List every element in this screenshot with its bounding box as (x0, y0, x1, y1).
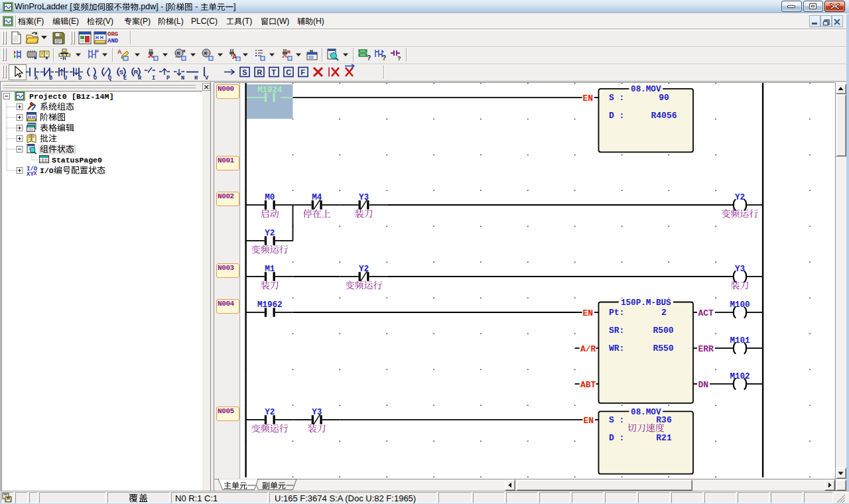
svg-text:R36: R36 (656, 415, 672, 425)
svg-text:Pt:: Pt: (609, 308, 624, 318)
svg-text:EN: EN (584, 416, 594, 426)
svg-text:M: M (177, 50, 180, 56)
svg-text:Y2: Y2 (265, 229, 275, 238)
svg-text:M100: M100 (730, 300, 750, 310)
svg-text:?: ? (397, 55, 401, 61)
svg-text:S: S (242, 68, 247, 76)
svg-text:Y2: Y2 (735, 193, 745, 202)
svg-text:R: R (257, 68, 262, 76)
svg-text:DN: DN (698, 380, 709, 390)
svg-text:N: N (181, 75, 184, 82)
svg-text:M0: M0 (265, 193, 275, 202)
svg-text:ABT: ABT (580, 380, 596, 390)
svg-text:S :: S : (609, 415, 624, 425)
svg-text:E: E (123, 75, 127, 82)
svg-text:R500: R500 (653, 326, 673, 336)
svg-text:ERR: ERR (698, 344, 714, 354)
svg-text:Y3: Y3 (312, 408, 322, 417)
svg-text:F: F (300, 68, 305, 76)
svg-text:O: O (94, 75, 97, 82)
svg-text:S :: S : (609, 93, 624, 103)
svg-text:D: D (78, 75, 82, 82)
svg-text:R4056: R4056 (651, 111, 677, 121)
svg-text:A/R: A/R (580, 344, 596, 354)
svg-text:M1924: M1924 (257, 86, 283, 95)
svg-text:EN: EN (583, 94, 594, 103)
svg-text:V: V (205, 75, 209, 82)
svg-text:M: M (287, 49, 291, 55)
svg-text:EN: EN (583, 308, 594, 318)
svg-text:Q: Q (108, 75, 111, 82)
svg-text:M1962: M1962 (257, 300, 283, 310)
svg-text:R: R (138, 75, 142, 82)
svg-text:D :: D : (609, 111, 624, 121)
svg-text:Y3: Y3 (735, 265, 745, 274)
svg-text:Y2: Y2 (265, 408, 275, 417)
svg-text:A: A (117, 48, 122, 55)
svg-text:M4: M4 (312, 193, 322, 202)
svg-text:?: ? (382, 54, 386, 61)
svg-text:A: A (34, 75, 38, 82)
svg-text:ACT: ACT (698, 308, 714, 318)
svg-text:08.MOV: 08.MOV (631, 85, 661, 94)
svg-text:Y2: Y2 (359, 265, 369, 274)
svg-text:M1: M1 (265, 265, 275, 274)
svg-text:I: I (152, 75, 155, 82)
svg-text:2: 2 (661, 308, 667, 318)
svg-text:WR:: WR: (609, 344, 624, 353)
svg-text:C: C (286, 68, 291, 76)
svg-text:SR:: SR: (609, 326, 624, 336)
svg-text:?: ? (367, 54, 371, 61)
svg-text:M: M (204, 50, 208, 56)
svg-text:H: H (194, 75, 198, 82)
svg-text:P: P (166, 75, 170, 82)
svg-text:T: T (271, 68, 276, 76)
svg-text:M102: M102 (730, 372, 750, 381)
svg-text:B: B (49, 75, 52, 82)
svg-text:M101: M101 (730, 336, 750, 346)
svg-text:R550: R550 (653, 344, 673, 353)
svg-text:Y3: Y3 (359, 193, 369, 202)
svg-text:D :: D : (609, 433, 624, 443)
svg-text:R21: R21 (656, 433, 672, 443)
svg-text:U: U (64, 75, 67, 82)
svg-text:90: 90 (659, 93, 669, 103)
svg-text:150P.M-BUS: 150P.M-BUS (621, 298, 671, 308)
svg-text:XY: XY (27, 171, 34, 178)
